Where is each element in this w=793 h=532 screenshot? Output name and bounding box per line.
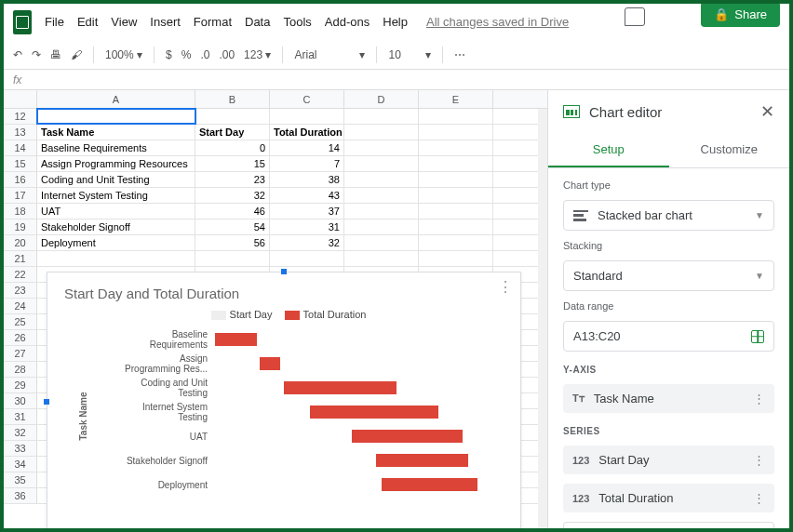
font-select[interactable]: Arial (294, 48, 350, 61)
cell[interactable]: UAT (37, 204, 195, 219)
cell[interactable] (419, 156, 493, 171)
cell[interactable] (344, 219, 419, 234)
row-header[interactable]: 20 (4, 235, 37, 250)
cell[interactable]: 43 (270, 188, 344, 203)
series-total-duration[interactable]: 123 Total Duration ⋮ (563, 484, 774, 512)
row-header[interactable]: 22 (4, 267, 37, 282)
series-start-day[interactable]: 123 Start Day ⋮ (563, 446, 774, 474)
add-series-button[interactable]: Add Series (563, 522, 774, 529)
cell[interactable] (37, 251, 195, 266)
col-header-b[interactable]: B (195, 90, 270, 108)
zoom-select[interactable]: 100% ▾ (105, 48, 142, 61)
cell[interactable]: 0 (195, 140, 270, 155)
cell[interactable]: 31 (270, 219, 344, 234)
cell[interactable] (195, 109, 270, 124)
cell[interactable] (419, 109, 493, 124)
currency-button[interactable]: $ (166, 48, 172, 61)
decrease-decimal-button[interactable]: .0 (200, 48, 209, 61)
cell[interactable] (344, 140, 419, 155)
row-header[interactable]: 32 (4, 425, 37, 440)
paint-format-icon[interactable]: 🖌 (71, 48, 82, 61)
cell[interactable]: Baseline Requirements (37, 140, 195, 155)
more-toolbar-icon[interactable]: ⋯ (454, 48, 465, 61)
print-icon[interactable]: 🖶 (50, 48, 61, 61)
cell[interactable]: Deployment (37, 235, 195, 250)
cell[interactable] (195, 251, 270, 266)
more-icon[interactable]: ⋮ (753, 491, 765, 505)
chart-menu-icon[interactable]: ⋮ (498, 278, 513, 296)
row-14[interactable]: 14Baseline Requirements014 (4, 140, 547, 156)
cell[interactable] (419, 235, 493, 250)
cell[interactable] (419, 251, 493, 266)
menu-data[interactable]: Data (245, 15, 270, 29)
share-button[interactable]: 🔒Share (701, 2, 780, 27)
chart-type-select[interactable]: Stacked bar chart▼ (563, 200, 774, 231)
row-15[interactable]: 15Assign Programming Resources157 (4, 156, 547, 172)
cell[interactable] (419, 188, 493, 203)
cell[interactable]: Internet System Testing (37, 188, 195, 203)
cell[interactable] (419, 125, 493, 140)
cell[interactable]: 38 (270, 172, 344, 187)
cell[interactable] (344, 188, 419, 203)
row-header[interactable]: 21 (4, 251, 37, 266)
row-header[interactable]: 29 (4, 378, 37, 392)
menu-format[interactable]: Format (194, 15, 232, 29)
col-header-a[interactable]: A (37, 90, 195, 108)
cell[interactable]: Coding and Unit Testing (37, 172, 195, 187)
row-header[interactable]: 14 (4, 140, 37, 155)
row-header[interactable]: 12 (4, 109, 37, 124)
col-header-c[interactable]: C (270, 90, 344, 108)
row-header[interactable]: 27 (4, 346, 37, 361)
cell[interactable]: 46 (195, 204, 270, 219)
cell[interactable] (37, 109, 195, 124)
cell[interactable] (344, 109, 419, 124)
cell[interactable] (344, 251, 419, 266)
row-header[interactable]: 16 (4, 172, 37, 187)
cell[interactable]: 37 (270, 204, 344, 219)
menu-addons[interactable]: Add-ons (325, 15, 370, 29)
menu-insert[interactable]: Insert (150, 15, 181, 29)
tab-setup[interactable]: Setup (548, 133, 669, 167)
row-header[interactable]: 24 (4, 299, 37, 313)
row-16[interactable]: 16Coding and Unit Testing2338 (4, 172, 547, 188)
cell[interactable]: 54 (195, 219, 270, 234)
row-header[interactable]: 18 (4, 204, 37, 219)
row-18[interactable]: 18UAT4637 (4, 204, 547, 219)
row-header[interactable]: 25 (4, 314, 37, 329)
percent-button[interactable]: % (181, 48, 192, 61)
cell[interactable]: 14 (270, 140, 344, 155)
cell[interactable] (270, 109, 344, 124)
stacking-select[interactable]: Standard▼ (563, 260, 774, 291)
row-header[interactable]: 30 (4, 393, 37, 408)
undo-icon[interactable]: ↶ (13, 48, 22, 61)
row-header[interactable]: 34 (4, 457, 37, 472)
cell[interactable] (270, 251, 344, 266)
cell[interactable]: 7 (270, 156, 344, 171)
cell[interactable] (419, 204, 493, 219)
menu-help[interactable]: Help (383, 15, 408, 29)
more-icon[interactable]: ⋮ (753, 453, 765, 467)
vertical-scrollbar[interactable] (538, 109, 547, 529)
col-header-d[interactable]: D (344, 90, 419, 108)
close-panel-icon[interactable]: ✕ (760, 101, 774, 122)
cell[interactable]: 56 (195, 235, 270, 250)
cell[interactable] (344, 204, 419, 219)
more-icon[interactable]: ⋮ (753, 392, 765, 406)
cell[interactable] (344, 156, 419, 171)
menu-tools[interactable]: Tools (283, 15, 311, 29)
comment-icon[interactable] (625, 7, 645, 26)
cell[interactable]: Task Name (37, 125, 195, 140)
col-header-e[interactable]: E (419, 90, 493, 108)
number-format-select[interactable]: 123 ▾ (244, 48, 271, 61)
row-17[interactable]: 17Internet System Testing3243 (4, 188, 547, 204)
data-range-input[interactable]: A13:C20 (563, 321, 774, 352)
cell[interactable]: 23 (195, 172, 270, 187)
cell[interactable]: Total Duration (270, 125, 344, 140)
sheets-logo-icon[interactable] (13, 10, 32, 34)
cell[interactable]: Start Day (195, 125, 270, 140)
font-size-select[interactable]: 10 (388, 48, 416, 61)
row-header[interactable]: 13 (4, 125, 37, 140)
row-13[interactable]: 13Task NameStart DayTotal Duration (4, 125, 547, 140)
row-header[interactable]: 35 (4, 472, 37, 487)
cell[interactable]: Assign Programming Resources (37, 156, 195, 171)
